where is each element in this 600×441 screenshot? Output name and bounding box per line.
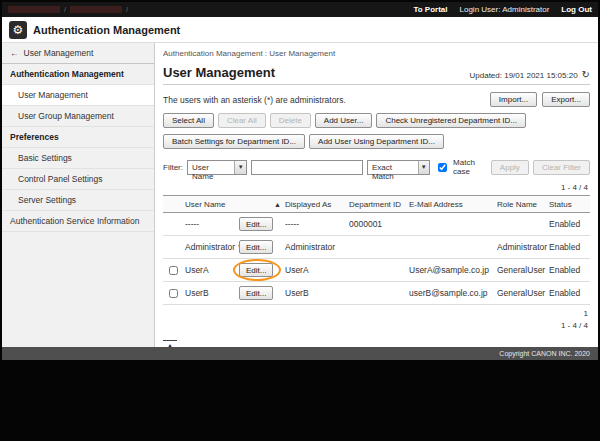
table-row: Administrator* Edit... Administrator Adm… bbox=[163, 236, 590, 259]
cell-edit: Edit... bbox=[239, 217, 285, 231]
top-bar-links: To Portal Login User: Administrator Log … bbox=[413, 5, 592, 14]
top-bar: / / To Portal Login User: Administrator … bbox=[2, 2, 598, 17]
screen: / / To Portal Login User: Administrator … bbox=[0, 0, 600, 441]
to-portal-link[interactable]: To Portal bbox=[413, 5, 447, 14]
match-case-checkbox[interactable] bbox=[438, 163, 447, 172]
chevron-down-icon: ▼ bbox=[418, 161, 429, 174]
cell-role-name: Administrator bbox=[497, 242, 549, 252]
table-header-row: User Name ▲ Displayed As Department ID E… bbox=[163, 196, 590, 213]
footer-bar: Copyright CANON INC. 2020 bbox=[2, 347, 598, 360]
batch-settings-department-id-button[interactable]: Batch Settings for Department ID... bbox=[163, 134, 305, 149]
edit-button[interactable]: Edit... bbox=[239, 217, 273, 231]
export-button[interactable]: Export... bbox=[542, 92, 590, 107]
separator: / bbox=[126, 6, 128, 13]
body-area: ← User Management Authentication Managem… bbox=[2, 43, 598, 347]
import-button[interactable]: Import... bbox=[490, 92, 537, 107]
filter-row: Filter: User Name ▼ Exact Match ▼ Match … bbox=[163, 158, 590, 176]
gear-icon: ⚙ bbox=[9, 21, 27, 39]
app-header: ⚙ Authentication Management bbox=[2, 17, 598, 43]
action-button-row-2: Batch Settings for Department ID... Add … bbox=[163, 134, 590, 149]
pagination-page-number: 1 bbox=[584, 308, 588, 320]
back-arrow-icon: ← bbox=[10, 48, 19, 58]
cell-status: Enabled bbox=[549, 242, 589, 252]
header-status: Status bbox=[549, 200, 589, 209]
cell-edit: Edit... bbox=[239, 240, 285, 254]
log-out-link[interactable]: Log Out bbox=[561, 5, 592, 14]
cell-user-name: ----- bbox=[183, 219, 239, 229]
cell-status: Enabled bbox=[549, 219, 589, 229]
check-unregistered-department-id-button[interactable]: Check Unregistered Department ID... bbox=[376, 113, 526, 128]
table-row: UserB Edit... UserB userB@sample.co.jp G… bbox=[163, 282, 590, 305]
edit-button[interactable]: Edit... bbox=[239, 286, 273, 300]
header-role-name: Role Name bbox=[497, 200, 549, 209]
browser-window: / / To Portal Login User: Administrator … bbox=[2, 2, 598, 360]
filter-query-input[interactable] bbox=[251, 160, 363, 175]
cell-email: UserA@sample.co.jp bbox=[409, 265, 497, 275]
add-user-using-department-id-button[interactable]: Add User Using Department ID... bbox=[309, 134, 444, 149]
match-case-label: Match case bbox=[453, 158, 487, 176]
row-checkbox[interactable] bbox=[169, 266, 178, 275]
header-user-name[interactable]: User Name bbox=[183, 200, 239, 209]
copyright-text: Copyright CANON INC. 2020 bbox=[499, 350, 590, 357]
sidebar-back-label: User Management bbox=[24, 48, 94, 58]
app-title: Authentication Management bbox=[33, 24, 180, 36]
delete-button[interactable]: Delete bbox=[270, 113, 311, 128]
sidebar-back-user-management[interactable]: ← User Management bbox=[2, 43, 154, 64]
title-row: User Management Updated: 19/01 2021 15:0… bbox=[163, 65, 590, 85]
redacted-device-name bbox=[8, 6, 60, 13]
cell-email: userB@sample.co.jp bbox=[409, 288, 497, 298]
separator: / bbox=[64, 6, 66, 13]
sidebar-section-authentication-management[interactable]: Authentication Management bbox=[2, 64, 154, 85]
user-table: User Name ▲ Displayed As Department ID E… bbox=[163, 195, 590, 305]
breadcrumb: Authentication Management : User Managem… bbox=[163, 49, 590, 58]
edit-button[interactable]: Edit... bbox=[239, 263, 273, 277]
cell-department-id: 0000001 bbox=[349, 219, 409, 229]
refresh-icon[interactable]: ↻ bbox=[582, 70, 590, 80]
sidebar-item-server-settings[interactable]: Server Settings bbox=[2, 190, 154, 211]
cell-status: Enabled bbox=[549, 288, 589, 298]
select-all-button[interactable]: Select All bbox=[163, 113, 214, 128]
pagination-range: 1 - 4 / 4 bbox=[561, 320, 588, 332]
table-row: ----- Edit... ----- 0000001 Enabled bbox=[163, 213, 590, 236]
pagination-top: 1 - 4 / 4 bbox=[163, 183, 590, 192]
header-email-address: E-Mail Address bbox=[409, 200, 497, 209]
cell-displayed-as: UserB bbox=[285, 288, 349, 298]
cell-user-name: UserA bbox=[183, 265, 239, 275]
action-button-row-1: Select All Clear All Delete Add User... … bbox=[163, 113, 590, 128]
sidebar-section-preferences: Preferences bbox=[2, 127, 154, 148]
table-row: UserA Edit... UserA UserA@sample.co.jp G… bbox=[163, 259, 590, 282]
cell-status: Enabled bbox=[549, 265, 589, 275]
clear-filter-button[interactable]: Clear Filter bbox=[533, 160, 590, 175]
updated-timestamp: Updated: 19/01 2021 15:05:20 bbox=[470, 71, 578, 80]
pagination-bottom: 1 1 - 4 / 4 bbox=[163, 308, 590, 332]
apply-button[interactable]: Apply bbox=[491, 160, 529, 175]
sidebar-item-user-group-management[interactable]: User Group Management bbox=[2, 106, 154, 127]
clear-all-button[interactable]: Clear All bbox=[218, 113, 266, 128]
edit-button[interactable]: Edit... bbox=[239, 240, 273, 254]
note-row: The users with an asterisk (*) are admin… bbox=[163, 92, 590, 107]
cell-edit: Edit... bbox=[239, 286, 285, 300]
filter-field-selected-value: User Name bbox=[188, 161, 234, 174]
sidebar-item-basic-settings[interactable]: Basic Settings bbox=[2, 148, 154, 169]
header-edit-cell: ▲ bbox=[239, 201, 285, 208]
row-checkbox-cell bbox=[163, 266, 183, 275]
filter-field-select[interactable]: User Name ▼ bbox=[187, 160, 247, 175]
row-checkbox[interactable] bbox=[169, 289, 178, 298]
cell-edit: Edit... bbox=[239, 263, 285, 277]
cell-user-name: UserB bbox=[183, 288, 239, 298]
sidebar-item-control-panel-settings[interactable]: Control Panel Settings bbox=[2, 169, 154, 190]
add-user-button[interactable]: Add User... bbox=[315, 113, 373, 128]
cell-displayed-as: ----- bbox=[285, 219, 349, 229]
cell-displayed-as: Administrator bbox=[285, 242, 349, 252]
cell-user-name: Administrator* bbox=[183, 242, 239, 252]
sidebar: ← User Management Authentication Managem… bbox=[2, 43, 155, 347]
sort-ascending-icon[interactable]: ▲ bbox=[274, 201, 285, 208]
filter-label: Filter: bbox=[163, 163, 183, 172]
admin-note: The users with an asterisk (*) are admin… bbox=[163, 95, 346, 105]
page-title: User Management bbox=[163, 65, 275, 80]
sidebar-item-user-management[interactable]: User Management bbox=[2, 85, 154, 106]
header-department-id: Department ID bbox=[349, 200, 409, 209]
filter-match-select[interactable]: Exact Match ▼ bbox=[367, 160, 430, 175]
row-checkbox-cell bbox=[163, 289, 183, 298]
sidebar-item-authentication-service-information[interactable]: Authentication Service Information bbox=[2, 211, 154, 232]
